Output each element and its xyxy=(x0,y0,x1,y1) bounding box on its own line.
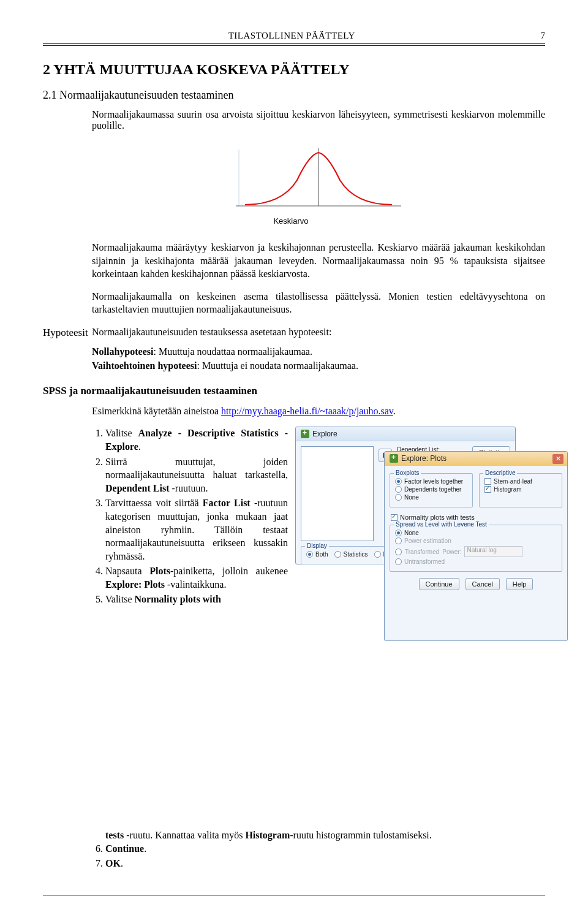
bell-label: Keskiarvo xyxy=(37,216,545,226)
help-button[interactable]: Help xyxy=(506,578,533,590)
step-list: Valitse Analyze - Descriptive Statistics… xyxy=(92,427,288,606)
display-group-title: Display xyxy=(305,542,329,549)
cancel-button[interactable]: Cancel xyxy=(466,578,500,590)
null-hypothesis: Nollahypoteesi: Muuttuja noudattaa norma… xyxy=(92,345,545,359)
page-header: TILASTOLLINEN PÄÄTTELY 7 xyxy=(43,31,545,44)
app-icon xyxy=(301,430,309,438)
radio-plots[interactable] xyxy=(374,551,381,558)
chk-stem-leaf[interactable] xyxy=(484,478,491,485)
radio-untransformed xyxy=(395,558,402,565)
page-number: 7 xyxy=(540,31,545,41)
continue-button[interactable]: Continue xyxy=(419,578,459,590)
intro-paragraph: Normaalijakaumassa suurin osa arvoista s… xyxy=(92,109,545,131)
bell-curve-figure: Keskiarvo xyxy=(92,143,545,226)
variable-listbox[interactable] xyxy=(301,446,374,541)
descriptive-group: Descriptive Stem-and-leaf Histogram xyxy=(479,473,562,507)
radio-dependents[interactable] xyxy=(395,486,402,493)
step-3: Tarvittaessa voit siirtää Factor List -r… xyxy=(105,496,288,563)
heading-2: 2.1 Normaalijakautuneisuuden testaaminen xyxy=(43,89,545,102)
radio-spread-none[interactable] xyxy=(395,530,402,536)
step-1: Valitse Analyze - Descriptive Statistics… xyxy=(105,427,288,453)
dialog-title-bar[interactable]: Explore xyxy=(296,427,515,441)
dialog-title: Explore xyxy=(312,430,337,438)
step-2: Siirrä muuttujat, joiden normaalijakautu… xyxy=(105,455,288,495)
bell-curve-icon xyxy=(233,143,404,217)
paragraph-1: Normaalijakauma määräytyy keskiarvon ja … xyxy=(92,241,545,281)
normality-label: Normality plots with tests xyxy=(400,514,475,521)
null-label: Nollahypoteesi xyxy=(92,346,153,357)
hypotheses-label: Hypoteesit xyxy=(43,327,92,339)
steps-continued: tests -ruutu. Kannattaa valita myös Hist… xyxy=(92,829,545,870)
step-7: OK. xyxy=(105,857,545,870)
chk-histogram[interactable] xyxy=(484,486,491,493)
heading-1: 2 YHTÄ MUUTTUJAA KOSKEVA PÄÄTTELY xyxy=(43,61,545,78)
step-5: Valitse Normality plots with xyxy=(105,593,288,606)
step-6: Continue. xyxy=(105,842,545,856)
radio-none[interactable] xyxy=(395,494,402,501)
paragraph-2: Normaalijakaumalla on keskeinen asema ti… xyxy=(92,290,545,316)
radio-power-est xyxy=(395,537,402,544)
radio-both[interactable] xyxy=(306,551,313,558)
example-line: Esimerkkinä käytetään aineistoa http://m… xyxy=(92,405,545,418)
radio-statistics[interactable] xyxy=(334,551,341,558)
step-4: Napsauta Plots-painiketta, jolloin auken… xyxy=(105,564,288,591)
boxplots-group: Boxplots Factor levels together Dependen… xyxy=(390,473,473,507)
example-link[interactable]: http://myy.haaga-helia.fi/~taaak/p/jauho… xyxy=(221,406,393,416)
spread-group: Spread vs Level with Levene Test None Po… xyxy=(390,525,562,572)
hypotheses-intro: Normaalijakautuneisuuden testauksessa as… xyxy=(92,325,545,339)
close-icon[interactable]: ✕ xyxy=(552,454,564,464)
explore-plots-dialog[interactable]: Explore: Plots ✕ Boxplots Factor levels … xyxy=(384,451,568,641)
header-title: TILASTOLLINEN PÄÄTTELY xyxy=(228,31,355,41)
radio-transformed xyxy=(395,549,402,555)
alt-label: Vaihtoehtoinen hypoteesi xyxy=(92,360,197,371)
chk-normality[interactable] xyxy=(391,514,398,521)
plots-title-bar[interactable]: Explore: Plots ✕ xyxy=(385,452,567,466)
alt-hypothesis: Vaihtoehtoinen hypoteesi: Muuttuja ei no… xyxy=(92,359,545,373)
radio-factor-levels[interactable] xyxy=(395,478,402,485)
app-icon xyxy=(390,454,398,463)
plots-dialog-title: Explore: Plots xyxy=(401,454,447,463)
power-select: Natural log xyxy=(464,546,522,557)
heading-3: SPSS ja normaalijakautuneisuuden testaam… xyxy=(43,385,545,397)
